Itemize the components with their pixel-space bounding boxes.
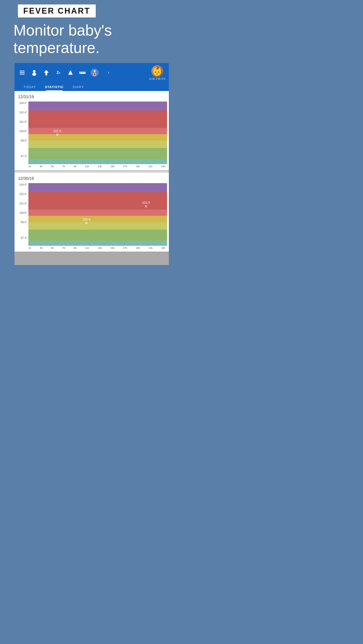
- y-label-1015: 101.5°: [18, 120, 27, 124]
- chart-divider: [14, 170, 169, 173]
- tick: [161, 162, 161, 164]
- arrow-up-icon[interactable]: [42, 69, 50, 77]
- tick: [119, 244, 119, 245]
- tick: [70, 162, 71, 164]
- svg-rect-2: [20, 74, 24, 74]
- age-label: 11 M, 3 W, 5 D: [149, 77, 165, 80]
- x-label: 13h: [98, 165, 102, 168]
- tick: [155, 162, 155, 164]
- sleep-icon[interactable]: Zzz: [54, 69, 62, 77]
- tick: [161, 244, 161, 245]
- tick: [167, 244, 167, 245]
- y-label-973: 97.3°: [18, 155, 27, 158]
- band-green-1: [28, 148, 167, 159]
- dp-marker-2-2: ✕: [144, 204, 148, 208]
- tab-diary[interactable]: DIARY: [68, 82, 88, 91]
- x-label: 7h: [62, 165, 65, 168]
- y-label-104-2: 104.0°: [18, 183, 27, 186]
- tick: [34, 162, 35, 164]
- x-label: 15h: [110, 247, 114, 249]
- x-label: 1h: [28, 165, 31, 168]
- y-label-1024-2: 102.4°: [18, 192, 27, 196]
- data-point-2-2[interactable]: 102.9 ✕: [142, 201, 150, 208]
- tab-statistic[interactable]: STATISTIC: [40, 82, 68, 91]
- baby-icon[interactable]: [30, 69, 38, 77]
- sleep-alert-icon[interactable]: 💤!: [103, 69, 111, 77]
- x-label: 5h: [51, 247, 54, 249]
- svg-rect-13: [85, 72, 85, 73]
- data-point-2-1[interactable]: 100.9 ✕: [82, 218, 90, 225]
- tick: [149, 162, 149, 164]
- tick: [149, 244, 149, 245]
- tick: [28, 244, 29, 245]
- dp-value-2-2: 102.9: [142, 201, 150, 204]
- band-yellow-green-2: [28, 222, 167, 230]
- y-label-995: 99.5°: [18, 139, 27, 142]
- band-salmon-2: [28, 210, 167, 216]
- band-purple-2: [28, 183, 167, 192]
- x-label: 7h: [62, 247, 65, 249]
- tick: [113, 244, 113, 245]
- x-axis-1: 1h 3h 5h 7h 9h 11h 13h 15h 17h 19h 21h 2…: [28, 164, 167, 170]
- dp-marker-1-1: ✕: [56, 133, 59, 137]
- svg-point-17: [94, 74, 96, 75]
- tick: [143, 162, 143, 164]
- svg-rect-1: [20, 72, 24, 73]
- menu-icon[interactable]: [18, 69, 26, 77]
- y-axis-2: 104.0° 102.4° 101.5° 100.6° 99.5° 97.3°: [14, 183, 28, 246]
- tick: [143, 244, 143, 245]
- x-label: 3h: [40, 165, 42, 168]
- tick: [130, 244, 131, 245]
- avatar[interactable]: [152, 65, 163, 77]
- y-label-104: 104.0°: [18, 102, 27, 105]
- tabs-bar: TODAY STATISTIC DIARY: [14, 82, 169, 91]
- dp-value-2-1: 100.9: [82, 218, 90, 221]
- x-label: 17h: [123, 247, 127, 249]
- x-label: 9h: [74, 247, 76, 249]
- x-label: 11h: [85, 247, 89, 249]
- y-label-973-2: 97.3°: [18, 236, 27, 240]
- tick: [113, 162, 113, 164]
- y-label-1006: 100.6°: [18, 130, 27, 133]
- chart-wrapper-2: 104.0° 102.4° 101.5° 100.6° 99.5° 97.3°: [14, 183, 169, 246]
- alert-icon[interactable]: [66, 69, 74, 77]
- tick: [88, 244, 89, 245]
- tab-today[interactable]: TODAY: [19, 82, 40, 91]
- tick: [52, 162, 53, 164]
- x-label: 21h: [148, 165, 152, 168]
- hero-text: Monitor baby'stemperature.: [0, 18, 184, 63]
- tick: [94, 244, 95, 245]
- tick: [70, 244, 71, 245]
- avatar-container[interactable]: 11 M, 3 W, 5 D: [149, 65, 165, 80]
- tick: [125, 162, 125, 164]
- tick: [52, 244, 53, 245]
- tick: [82, 162, 83, 164]
- tick: [167, 162, 167, 164]
- thermometer-icon[interactable]: [90, 69, 99, 77]
- x-label: 11h: [85, 165, 89, 168]
- x-label: 19h: [136, 165, 140, 168]
- tick: [34, 244, 35, 245]
- app-title: FEVER CHART: [23, 6, 90, 16]
- y-label-995-2: 99.5°: [18, 221, 27, 224]
- band-red-1: [28, 110, 167, 128]
- ruler-icon[interactable]: [78, 69, 86, 77]
- x-label: 15h: [110, 165, 114, 168]
- x-label: 17h: [123, 165, 127, 168]
- svg-rect-11: [82, 72, 83, 73]
- chart-section-1: 12/31/19 104.0° 102.4° 101.5° 100.6° 99.…: [14, 91, 169, 170]
- x-label: 9h: [74, 165, 76, 168]
- band-yellow-green-1: [28, 140, 167, 148]
- x-label: 21h: [148, 247, 152, 249]
- nav-bar: Zzz: [14, 63, 169, 82]
- band-yellow-1: [28, 134, 167, 140]
- dp-value-1-1: 101.5: [54, 129, 61, 133]
- tick: [137, 162, 137, 164]
- band-green-2: [28, 230, 167, 241]
- svg-marker-6: [68, 70, 73, 75]
- svg-rect-12: [84, 72, 84, 72]
- tick: [82, 244, 83, 245]
- tick: [64, 162, 65, 164]
- data-point-1-1[interactable]: 101.5 ✕: [54, 129, 61, 137]
- x-label: 19h: [136, 247, 140, 249]
